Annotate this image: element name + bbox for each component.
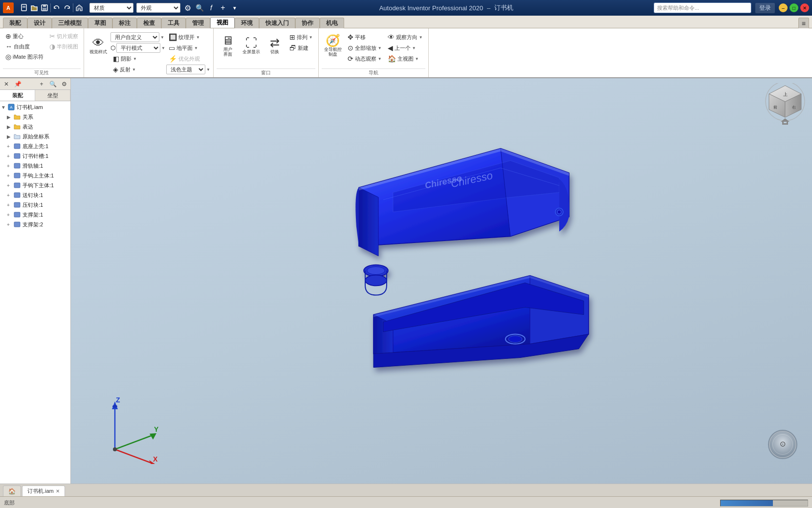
texture-arrow: ▼ — [196, 35, 200, 40]
tree-item-nail-feed[interactable]: + 送钉块:1 — [0, 190, 70, 200]
btn-reflect[interactable]: ◈ 反射 ▼ — [110, 65, 165, 74]
btn-look-at[interactable]: 👁 观察方向 ▼ — [385, 32, 425, 42]
btn-fullscreen[interactable]: ⛶ 全屏显示 — [240, 30, 263, 62]
btn-pan[interactable]: ✥ 平移 — [345, 32, 384, 42]
btn-shadow[interactable]: ◧ 阴影 ▼ — [110, 54, 165, 64]
tab-check[interactable]: 检查 — [137, 18, 161, 28]
tab-mechanical[interactable]: 机电 — [320, 18, 344, 28]
tree-expand-base[interactable]: + — [7, 144, 13, 149]
tree-item-slot[interactable]: + 订书针槽:1 — [0, 151, 70, 161]
btn-zhongxin[interactable]: ⊕ 重心 — [3, 31, 46, 41]
tree-item-support1[interactable]: + 支撑架:1 — [0, 210, 70, 220]
undo-icon[interactable] — [52, 3, 61, 12]
tab-env[interactable]: 环境 — [235, 18, 259, 28]
tab-view[interactable]: 视图 — [210, 17, 235, 28]
home-view-icon[interactable] — [75, 3, 84, 12]
tree-expand-support2[interactable]: + — [7, 222, 13, 227]
btn-full-nav[interactable]: 🧭 全导航控制盘 — [322, 30, 344, 62]
tree-expand-coord[interactable]: ▶ — [7, 134, 13, 139]
bottom-tab-home[interactable]: 🏠 — [3, 486, 21, 496]
tree-item-base[interactable]: + 底座上壳:1 — [0, 141, 70, 151]
btn-home-view[interactable]: 🏠 主视图 ▼ — [385, 54, 425, 64]
btn-prev-view[interactable]: ◀ 上一个 ▼ — [385, 43, 425, 53]
btn-orbit[interactable]: ⟳ 动态观察 ▼ — [345, 54, 384, 64]
tree-item-coord[interactable]: ▶ 原始坐标系 — [0, 132, 70, 141]
nav-control-wheel[interactable]: ⊙ — [768, 430, 797, 459]
bottom-tab-close[interactable]: ✕ — [56, 488, 60, 494]
close-button[interactable]: ✕ — [800, 3, 809, 12]
btn-user-interface[interactable]: 🖥 用户界面 — [217, 30, 239, 62]
view-cube[interactable]: 上 前 右 — [763, 83, 807, 127]
dropdown-icon[interactable]: ▼ — [230, 3, 239, 12]
sidebar-settings-btn[interactable]: ⚙ — [59, 79, 69, 89]
tab-sheji[interactable]: 设计 — [27, 18, 52, 28]
tree-expand-support1[interactable]: + — [7, 212, 13, 218]
btn-ground[interactable]: ▭ 地平面 ▼ — [166, 43, 210, 53]
btn-view-style[interactable]: 👁 视觉样式 — [87, 30, 110, 62]
btn-cut-view[interactable]: ✂ 切片观察 — [47, 31, 81, 41]
orbit-arrow: ▼ — [378, 57, 382, 61]
redo-icon[interactable] — [63, 3, 71, 12]
view-custom-select[interactable]: 用户自定义 — [110, 32, 159, 42]
tab-zhuangpei[interactable]: 装配 — [3, 18, 27, 28]
tree-item-rail[interactable]: + 滑轨轴:1 — [0, 161, 70, 171]
tree-item-hook-up[interactable]: + 手钩上主体:1 — [0, 171, 70, 180]
perspective-select[interactable]: 平行模式 — [116, 43, 160, 53]
new-icon[interactable] — [20, 3, 28, 12]
tab-annotation[interactable]: 标注 — [112, 18, 137, 28]
tree-item-support2[interactable]: + 支撑架:2 — [0, 220, 70, 229]
btn-ziyoudu[interactable]: ↔ 自由度 — [3, 42, 46, 51]
tree-expand-biaoda[interactable]: ▶ — [7, 124, 13, 130]
ground-label: 地平面 — [176, 44, 193, 52]
tree-expand-rail[interactable]: + — [7, 163, 13, 169]
btn-imate[interactable]: ◎ iMate 图示符 — [3, 52, 46, 62]
btn-optimize[interactable]: ⚡ 优化外观 — [166, 54, 210, 64]
btn-arrange[interactable]: ⊞ 排列 ▼ — [287, 32, 315, 42]
tab-collab[interactable]: 协作 — [295, 18, 320, 28]
btn-new-window[interactable]: 🗗 新建 — [287, 43, 315, 53]
open-icon[interactable] — [30, 3, 39, 12]
theme-select[interactable]: 浅色主题 — [166, 65, 205, 74]
tree-expand-guanxi[interactable]: ▶ — [7, 114, 13, 120]
tree-expand-nail-press[interactable]: + — [7, 202, 13, 208]
btn-switch[interactable]: ⇄ 切换 — [263, 30, 286, 62]
sidebar-tab-model[interactable]: 坐型 — [35, 90, 70, 101]
tree-expand-hook-down[interactable]: + — [7, 183, 13, 188]
tree-item-root[interactable]: ▼ A 订书机.iam — [0, 102, 70, 112]
tab-quickstart[interactable]: 快速入门 — [259, 18, 295, 28]
tree-expand-root[interactable]: ▼ — [1, 105, 7, 110]
viewport[interactable]: Chiresso — [71, 78, 812, 484]
tab-3dmodel[interactable]: 三维模型 — [52, 18, 88, 28]
btn-texture[interactable]: 🔲 纹理开 ▼ — [166, 32, 210, 42]
tree-item-nail-press[interactable]: + 压钉块:1 — [0, 200, 70, 210]
save-icon[interactable] — [40, 3, 49, 12]
tree-expand-hook-up[interactable]: + — [7, 173, 13, 178]
fullscreen-icon: ⛶ — [245, 37, 257, 49]
sidebar-tab-assembly[interactable]: 装配 — [0, 90, 35, 101]
material-dropdown[interactable]: 材质 — [89, 3, 133, 13]
login-button[interactable]: 登录 — [755, 3, 775, 13]
tree-item-hook-down[interactable]: + 手钩下主体:1 — [0, 180, 70, 190]
search-box[interactable]: 搜索帮助和命令... — [654, 2, 751, 13]
sidebar-tabs: 装配 坐型 — [0, 90, 70, 101]
tree-item-guanxi[interactable]: ▶ 关系 — [0, 112, 70, 122]
sidebar-pin-btn[interactable]: 📌 — [12, 79, 23, 89]
minimize-button[interactable]: – — [779, 3, 788, 12]
sidebar-close-btn[interactable]: ✕ — [1, 79, 12, 89]
sidebar-add-btn[interactable]: + — [36, 79, 47, 89]
maximize-button[interactable]: □ — [790, 3, 798, 12]
bottom-tab-file[interactable]: 订书机.iam ✕ — [22, 486, 65, 496]
tab-sketch[interactable]: 草图 — [88, 18, 112, 28]
appearance-dropdown[interactable]: 外观 — [136, 3, 180, 13]
svg-point-24 — [365, 275, 387, 286]
tab-manage[interactable]: 管理 — [186, 18, 210, 28]
btn-zoom-all[interactable]: ⊙ 全部缩放 ▼ — [345, 43, 384, 53]
tab-tools[interactable]: 工具 — [161, 18, 186, 28]
sidebar-search-btn[interactable]: 🔍 — [47, 79, 58, 89]
add-icon[interactable]: + — [219, 3, 227, 12]
tree-item-biaoda[interactable]: ▶ 表达 — [0, 122, 70, 132]
tree-expand-slot[interactable]: + — [7, 154, 13, 159]
btn-half-view[interactable]: ◑ 半剖视图 — [47, 42, 81, 51]
tree-expand-nail-feed[interactable]: + — [7, 193, 13, 198]
tab-expand[interactable]: ≡ — [798, 18, 809, 28]
